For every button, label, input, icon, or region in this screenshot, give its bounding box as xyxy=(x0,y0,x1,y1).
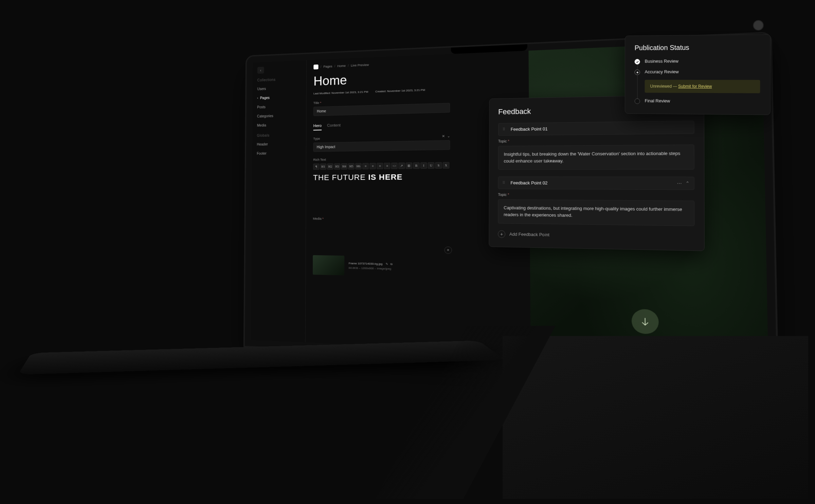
add-feedback-button[interactable]: + Add Feedback Point xyxy=(498,230,694,241)
media-row: ✕ Frame 1073714030-bg.jpg ✎ ⧉ 60.8KB – 1… xyxy=(313,255,451,278)
tab-content[interactable]: Content xyxy=(327,123,341,130)
logo-icon[interactable] xyxy=(313,64,318,70)
check-icon xyxy=(635,59,640,64)
sidebar-section-globals: Globals xyxy=(252,130,306,139)
toolbar-ol[interactable]: ≡ xyxy=(384,163,390,169)
feedback-topic-label: Topic * xyxy=(498,192,694,198)
feedback-point-2: ⠿ Feedback Point 02 ⋯ ⌃ Topic * Captivat… xyxy=(498,176,694,226)
toolbar-h3[interactable]: H3 xyxy=(334,163,341,170)
feedback-panel: Feedback ⠿ Feedback Point 01 Topic * Ins… xyxy=(489,94,705,251)
sidebar-collapse-button[interactable]: ‹ xyxy=(257,67,264,74)
publication-status-panel: Publication Status Business Review Accur… xyxy=(625,34,771,115)
feedback-point-1: ⠿ Feedback Point 01 Topic * Insightful t… xyxy=(498,120,694,170)
toolbar-strike[interactable]: S xyxy=(435,162,442,169)
toolbar-h5[interactable]: H5 xyxy=(348,163,355,170)
toolbar-h1[interactable]: H1 xyxy=(320,164,327,170)
sidebar-section-collections: Collections xyxy=(253,74,306,84)
drag-handle-icon[interactable]: ⠿ xyxy=(503,127,506,132)
media-edit-icon[interactable]: ✎ xyxy=(385,262,388,266)
toolbar-upload[interactable]: ⊞ xyxy=(406,163,412,169)
sidebar-item-categories[interactable]: Categories xyxy=(252,111,306,120)
type-clear-icon[interactable]: ✕ xyxy=(442,134,445,138)
submit-callout: Unreviewed — Submit for Review xyxy=(645,80,760,93)
toolbar-align-center[interactable]: ≡ xyxy=(369,163,376,169)
drag-handle-icon[interactable]: ⠿ xyxy=(502,181,506,185)
title-input[interactable]: Home xyxy=(313,103,450,116)
publication-status-title: Publication Status xyxy=(635,43,760,52)
toolbar-h4[interactable]: H4 xyxy=(341,163,347,170)
arrow-down-icon xyxy=(639,316,651,327)
type-caret-icon[interactable]: ⌄ xyxy=(447,134,450,138)
media-clear-button[interactable]: ✕ xyxy=(445,246,452,254)
chevron-right-icon: › xyxy=(257,97,258,100)
toolbar-underline[interactable]: U xyxy=(428,162,435,169)
media-copy-icon[interactable]: ⧉ xyxy=(390,262,392,266)
toolbar-h2[interactable]: H2 xyxy=(327,163,333,170)
last-modified-value: November 1st 2023, 3:21 PM xyxy=(331,90,368,95)
toolbar-link[interactable]: ↗ xyxy=(398,163,405,169)
submit-for-review-link[interactable]: Submit for Review xyxy=(678,84,712,89)
feedback-point-1-header[interactable]: ⠿ Feedback Point 01 xyxy=(498,120,694,135)
pedestal-prop xyxy=(503,336,808,499)
dot-icon xyxy=(635,70,640,75)
tab-hero[interactable]: Hero xyxy=(313,124,322,131)
breadcrumb-pages[interactable]: Pages xyxy=(323,64,332,68)
toolbar-h6[interactable]: H6 xyxy=(355,163,362,169)
toolbar-code[interactable]: <> xyxy=(391,163,398,169)
user-avatar[interactable] xyxy=(753,20,764,31)
sidebar-item-posts[interactable]: Posts xyxy=(252,102,306,111)
media-meta: 60.8KB – 1200x800 – image/jpeg xyxy=(349,266,393,270)
feedback-topic-text-1[interactable]: Insightful tips, but breaking down the '… xyxy=(498,145,694,170)
sidebar-item-users[interactable]: Users xyxy=(253,84,306,93)
collapse-icon[interactable]: ⌃ xyxy=(686,181,690,186)
sidebar-item-header[interactable]: Header xyxy=(252,140,306,148)
sidebar-item-pages[interactable]: ›Pages xyxy=(253,93,306,102)
toolbar-ul[interactable]: ≡ xyxy=(377,163,383,169)
step-business-review: Business Review xyxy=(635,58,760,64)
plus-icon: + xyxy=(498,230,505,238)
media-thumbnail[interactable] xyxy=(313,255,344,276)
step-accuracy-review: Accuracy Review xyxy=(635,69,760,75)
toolbar-bold[interactable]: B xyxy=(413,162,420,169)
created-value: November 1st 2023, 3:21 PM xyxy=(387,88,425,93)
media-filename: Frame 1073714030-bg.jpg xyxy=(349,262,383,265)
feedback-topic-text-2[interactable]: Captivating destinations, but integratin… xyxy=(498,200,694,226)
toolbar-align-left[interactable]: ≡ xyxy=(362,163,369,169)
toolbar-clear[interactable]: X xyxy=(443,162,450,168)
type-select[interactable]: High Impact xyxy=(313,140,450,152)
toolbar-italic[interactable]: I xyxy=(420,162,427,169)
toolbar-paragraph[interactable]: ¶ xyxy=(313,164,319,170)
feedback-topic-label: Topic * xyxy=(498,137,694,143)
sidebar-item-media[interactable]: Media xyxy=(252,121,306,129)
sidebar: ‹ Collections Users ›Pages Posts Categor… xyxy=(251,60,307,342)
feedback-point-2-header[interactable]: ⠿ Feedback Point 02 ⋯ ⌃ xyxy=(498,176,694,190)
more-icon[interactable]: ⋯ xyxy=(677,181,682,186)
step-final-review: Final Review xyxy=(635,98,760,105)
circle-icon xyxy=(635,98,640,104)
media-fileinfo: Frame 1073714030-bg.jpg ✎ ⧉ 60.8KB – 120… xyxy=(349,262,393,270)
type-field-label: Type xyxy=(313,137,320,141)
breadcrumb-live-preview[interactable]: Live Preview xyxy=(351,63,369,67)
breadcrumb-home[interactable]: Home xyxy=(337,64,346,68)
sidebar-item-footer[interactable]: Footer xyxy=(252,149,306,157)
